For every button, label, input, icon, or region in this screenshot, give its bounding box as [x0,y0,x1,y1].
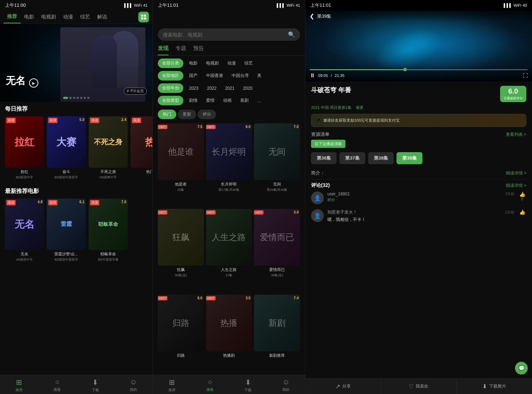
filter-movie[interactable]: 电影 [186,59,200,68]
new-card-2[interactable]: 耶稣革命 高清 7.0 耶稣革命 BD中英双字幕 [89,199,128,262]
movie-card-2[interactable]: 不死之身 高清 2.4 不死之身 HD国粤中字 [89,116,128,180]
tab-explain[interactable]: 解说 [94,11,111,23]
tab-anime[interactable]: 动漫 [60,11,77,23]
result-bg-1: 长月烬明 [206,123,252,180]
filter-tv[interactable]: 电视剧 [203,59,222,68]
hero-dot-0[interactable] [63,97,68,99]
version-active[interactable]: 边下边播超清版 [311,140,345,148]
filter-year-active[interactable]: 全部年份 [158,83,183,93]
bottom-nav-download-home[interactable]: ⬇ 下载 [76,378,115,393]
bottom-nav-recommend[interactable]: ⊞ 推荐 [0,378,38,393]
filter-2023[interactable]: 2023 [186,84,201,93]
video-pause-button[interactable]: ⏸ [310,72,315,79]
filter-drama[interactable]: 剧情 [186,96,200,105]
filter-2020[interactable]: 2020 [240,84,255,93]
comments-link[interactable]: 阅读详情 > [506,183,526,189]
episode-37[interactable]: 第37集 [339,152,365,164]
video-back-button[interactable]: ❮ [310,13,314,20]
bottom-nav-profile-home[interactable]: ☺ 我的 [115,378,153,393]
hero-dot-6[interactable] [87,97,89,99]
filter-2022[interactable]: 2022 [204,84,220,93]
sort-hot[interactable]: 热门 [158,110,176,119]
tab-special[interactable]: 专题 [176,45,186,55]
filter-more[interactable]: … [254,96,264,105]
result-8[interactable]: 新剧 7.4 新剧推荐 [254,295,300,373]
result-6[interactable]: 归路 HOT 6.0 归路 [158,295,204,373]
search-nav-profile[interactable]: ☺ 我的 [267,378,305,393]
filter-comedy[interactable]: 喜剧 [237,96,251,105]
episode-38[interactable]: 第38集 [368,152,394,164]
hero-play-button[interactable]: ▶ [29,78,38,88]
filter-hk[interactable]: 中国香港 [203,71,226,81]
float-comment-button[interactable]: 💬 [515,362,528,374]
filter-region-active[interactable]: 全部地区 [158,71,183,81]
tab-variety[interactable]: 综艺 [77,11,94,23]
result-title-4: 人生之路 [206,267,252,272]
filter-row-0: 全部分类 电影 电视剧 动漫 综艺 [158,59,300,68]
like-icon-0: 👍 [519,192,525,197]
search-bar[interactable]: 🔍 [158,28,300,41]
episode-36[interactable]: 第36集 [311,152,337,164]
search-nav-search[interactable]: ○ 搜索 [191,378,229,393]
video-fullscreen-button[interactable]: ⛶ [523,73,528,78]
filter-domestic[interactable]: 国产 [186,71,200,81]
search-submit-icon[interactable]: 🔍 [288,31,295,38]
panel-home: 上午11:00 ▌▌▌ WiFi 41 推荐 电影 电视剧 动漫 综艺 解说 无… [0,0,153,394]
battery-detail: 40 [523,3,527,7]
urge-update-btn[interactable]: 催更 [356,105,364,110]
comment-like-0[interactable]: 👍 0 [518,192,526,204]
sort-new[interactable]: 更新 [178,110,196,119]
search-input[interactable] [163,32,285,38]
result-5[interactable]: 爱情而已 HOT 3.0 爱情而已 38集(全) [254,209,300,292]
action-download[interactable]: ⬇ 下载整片 [457,379,532,394]
filter-variety[interactable]: 综艺 [242,59,256,68]
filter-category-active[interactable]: 全部分类 [158,59,183,68]
new-card-1[interactable]: 雷霆 高清 6.1 雷霆沙赞!众... BD国语中英双字 [47,199,86,262]
resource-link[interactable]: 查看列表 > [506,132,526,138]
new-card-0[interactable]: 无名 高清 4.8 无名 4K国语中字 [5,199,44,262]
filter-romance[interactable]: 爱情 [203,96,217,105]
result-3[interactable]: 狂飙 HOT 狂飙 39集(全) [158,209,204,292]
action-like[interactable]: ♡ 我喜欢 [381,379,456,394]
search-nav-download[interactable]: ⬇ 下载 [229,378,267,393]
result-1[interactable]: 长月烬明 HOT 6.0 长月烬明 第17集/共40集 [206,123,252,207]
search-nav-recommend[interactable]: ⊞ 推荐 [153,378,191,393]
bottom-nav-search-home[interactable]: ○ 搜索 [38,378,77,393]
intro-link[interactable]: 阅读详情 > [506,170,526,176]
video-player[interactable]: ❮ 第39集 ⏸ 09:05 / 21:35 ⛶ [305,11,532,82]
result-2[interactable]: 无间 7.0 无间 第24集/共40集 [254,123,300,207]
grid-menu-button[interactable] [138,12,149,22]
tab-discover[interactable]: 发现 [158,45,168,55]
filter-tw[interactable]: 中国台湾 [229,71,251,81]
result-0[interactable]: 他是谁 HOT 7.5 他是谁 25集 [158,123,204,207]
search-icon-home: ○ [55,378,59,386]
action-share[interactable]: ↗ 分享 [305,379,381,394]
movie-card-3[interactable]: 热 高清 热门 [131,116,153,180]
result-7[interactable]: 热播 HOT 3.5 热播剧 [206,295,252,373]
filter-anime[interactable]: 动漫 [225,59,239,68]
hero-dot-1[interactable] [70,97,72,99]
tab-recommend[interactable]: 推荐 [4,11,21,23]
episode-39[interactable]: 第39集 [397,152,422,164]
svg-rect-1 [144,15,146,17]
hero-banner[interactable]: 无名 ▶ P P片会员 [0,24,153,102]
hero-dot-2[interactable] [73,97,75,99]
movie-card-0[interactable]: 拉红 高清 抢红 BD国语中字 [5,116,44,180]
filter-2021[interactable]: 2021 [222,84,237,93]
hero-dot-3[interactable] [77,97,79,99]
video-progress-bar[interactable] [310,69,528,70]
tab-trailer[interactable]: 预告 [193,45,204,55]
hero-dot-5[interactable] [84,97,86,99]
filter-cartoon[interactable]: 动画 [220,96,234,105]
filter-genre-active[interactable]: 全部类型 [158,96,183,105]
filter-intl[interactable]: 美 [254,71,264,81]
promo-banner[interactable]: ↗ 邀请好友获取奖励100元可直接提现到支付宝 [311,114,526,127]
tab-movie[interactable]: 电影 [21,11,38,23]
hero-dot-4[interactable] [80,97,82,99]
sort-rating[interactable]: 评分 [198,110,216,119]
comment-like-1[interactable]: 👍 [518,209,526,223]
movie-card-1[interactable]: 大赛 高清 5.0 奋斗 BD国语中英双字 [47,116,86,180]
tab-tv[interactable]: 电视剧 [38,11,60,23]
result-4[interactable]: 人生之路 HOT 人生之路 37集 [206,209,252,292]
movie-sub-2: HD国粤中字 [89,175,128,180]
